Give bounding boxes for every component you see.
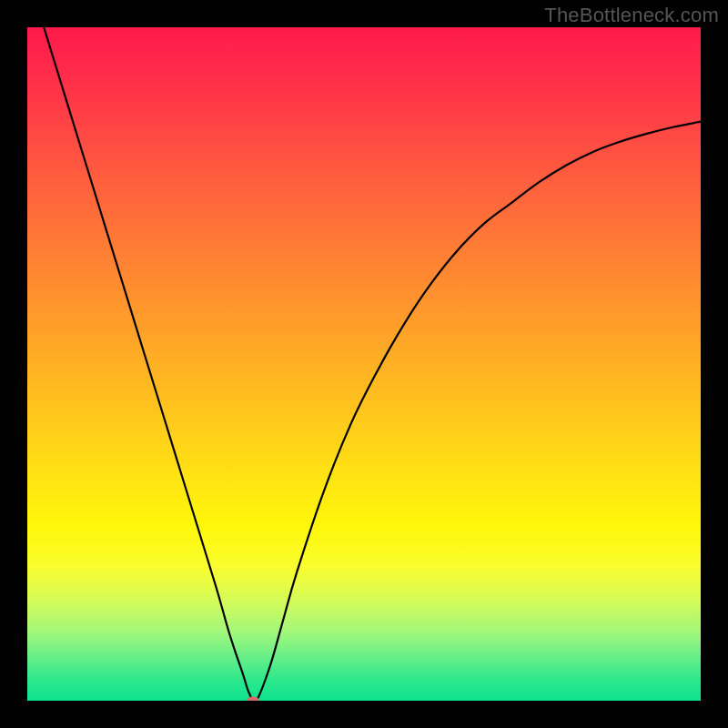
curve-svg [27, 27, 701, 701]
watermark-text: TheBottleneck.com [544, 4, 719, 27]
chart-frame: TheBottleneck.com [0, 0, 728, 728]
dip-marker [247, 697, 259, 702]
plot-area [27, 27, 701, 701]
bottleneck-curve-path [27, 27, 701, 701]
